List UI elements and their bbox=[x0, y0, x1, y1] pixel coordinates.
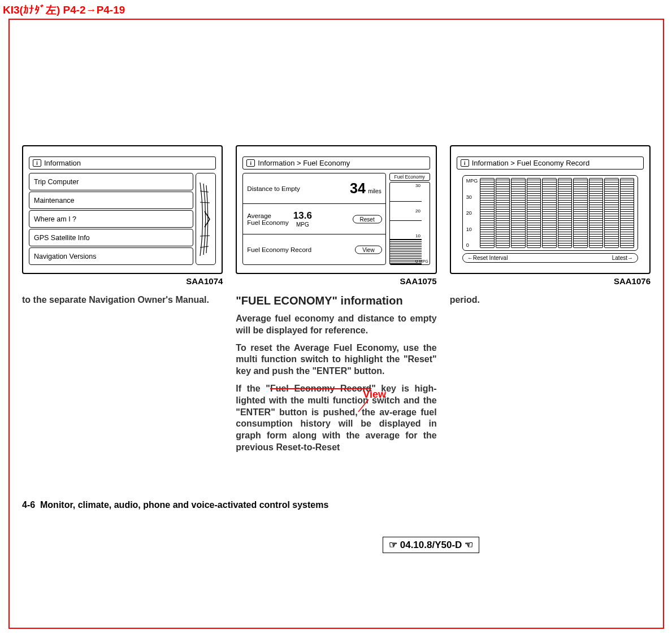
afe-unit: MPG bbox=[296, 221, 309, 228]
body-text-columns: to the separate Navigation Owner's Manua… bbox=[22, 294, 651, 459]
dte-row: Distance to Empty 34 miles bbox=[243, 173, 385, 204]
svg-line-1 bbox=[200, 202, 210, 203]
scale-tick: 10 bbox=[415, 233, 428, 238]
page-footer: 4-6 Monitor, climate, audio, phone and v… bbox=[22, 500, 328, 510]
hist-bar bbox=[511, 178, 525, 248]
scroll-wheel-icon bbox=[196, 173, 216, 265]
figure-caption: SAA1075 bbox=[236, 276, 436, 286]
hist-bar bbox=[604, 178, 618, 248]
screen-title: Information bbox=[44, 159, 81, 167]
y-tick: 10 bbox=[466, 227, 478, 232]
record-row: Fuel Economy Record View bbox=[243, 234, 385, 264]
page-crop-frame: i Information Trip Computer Maintenance … bbox=[8, 19, 664, 629]
figure-caption: SAA1076 bbox=[450, 276, 651, 286]
figure-caption: SAA1074 bbox=[22, 276, 223, 286]
column-3: period. bbox=[450, 294, 651, 459]
screen-breadcrumb: i Information > Fuel Economy bbox=[242, 157, 430, 169]
menu-item-where-am-i[interactable]: Where am I ? bbox=[29, 210, 193, 228]
screen-breadcrumb: i Information bbox=[29, 157, 216, 169]
svg-line-4 bbox=[358, 399, 368, 412]
reset-button[interactable]: Reset bbox=[353, 215, 382, 223]
dte-unit: miles bbox=[368, 188, 381, 194]
scale-tick: 20 bbox=[415, 208, 428, 214]
mini-hist-title: Fuel Economy bbox=[389, 173, 430, 181]
hist-bar bbox=[542, 178, 556, 248]
col2-p2: To reset the Average Fuel Economy, use t… bbox=[236, 342, 436, 377]
hist-bar bbox=[589, 178, 603, 248]
graph-button-row: ← Reset Interval Latest → bbox=[462, 253, 638, 263]
screen-title: Information > Fuel Economy Record bbox=[472, 159, 589, 167]
svg-line-2 bbox=[200, 236, 210, 236]
hist-bar bbox=[573, 178, 587, 248]
column-1: to the separate Navigation Owner's Manua… bbox=[22, 294, 223, 459]
info-icon: i bbox=[33, 159, 41, 167]
y-tick: 0 bbox=[466, 242, 478, 248]
col1-p1: to the separate Navigation Owner's Manua… bbox=[22, 294, 223, 306]
afe-label2: Fuel Economy bbox=[247, 219, 289, 226]
screen-breadcrumb: i Information > Fuel Economy Record bbox=[457, 157, 644, 169]
menu-item-gps-info[interactable]: GPS Satellite Info bbox=[29, 229, 193, 246]
hist-bar bbox=[620, 178, 634, 248]
view-button[interactable]: View bbox=[355, 245, 382, 254]
hist-bar bbox=[527, 178, 541, 248]
wheel-svg bbox=[197, 180, 214, 259]
figure-row: i Information Trip Computer Maintenance … bbox=[22, 145, 651, 286]
info-icon: i bbox=[461, 159, 469, 167]
history-graph: MPG 30 20 10 0 bbox=[462, 175, 638, 251]
afe-value: 13.6 bbox=[293, 210, 312, 221]
mini-histogram: Fuel Economy 30 20 bbox=[389, 173, 430, 265]
menu-item-trip-computer[interactable]: Trip Computer bbox=[29, 173, 193, 190]
col2-p3: If the "Fuel Economy Record" key is high… bbox=[236, 383, 436, 454]
struck-out-text: Fuel Economy Record bbox=[270, 384, 371, 393]
fuel-economy-heading: "FUEL ECONOMY" information bbox=[236, 294, 436, 307]
hist-bar bbox=[496, 178, 510, 248]
nav-screen-fuel-economy-record: i Information > Fuel Economy Record MPG … bbox=[450, 145, 651, 274]
revision-stamp: ☞ 04.10.8/Y50-D ☜ bbox=[383, 537, 479, 553]
nav-screen-fuel-economy: i Information > Fuel Economy Distance to… bbox=[236, 145, 436, 274]
scale-tick: 30 bbox=[415, 183, 428, 188]
chapter-title: Monitor, climate, audio, phone and voice… bbox=[40, 500, 328, 510]
menu-item-nav-versions[interactable]: Navigation Versions bbox=[29, 247, 193, 265]
afe-label1: Average bbox=[247, 212, 289, 219]
y-tick: 20 bbox=[466, 210, 478, 216]
figure-saa1076: i Information > Fuel Economy Record MPG … bbox=[450, 145, 651, 286]
col3-p1: period. bbox=[450, 294, 651, 306]
hist-bar bbox=[558, 178, 572, 248]
correction-callout-view: View bbox=[363, 389, 386, 401]
nav-screen-information-menu: i Information Trip Computer Maintenance … bbox=[22, 145, 223, 274]
latest-button[interactable]: Latest bbox=[612, 255, 627, 261]
info-icon: i bbox=[246, 159, 255, 167]
column-2: "FUEL ECONOMY" information Average fuel … bbox=[236, 294, 436, 459]
reset-interval-button[interactable]: Reset Interval bbox=[473, 255, 508, 261]
afe-row: Average Fuel Economy 13.6 MPG Reset bbox=[243, 204, 385, 234]
dte-label: Distance to Empty bbox=[247, 185, 300, 192]
figure-saa1075: i Information > Fuel Economy Distance to… bbox=[236, 145, 436, 286]
screen-title: Information > Fuel Economy bbox=[258, 159, 350, 167]
correction-leader-line bbox=[357, 399, 374, 413]
y-label: MPG bbox=[466, 178, 478, 184]
col2-p1: Average fuel economy and distance to emp… bbox=[236, 313, 436, 337]
hist-bar bbox=[480, 178, 494, 248]
y-tick: 30 bbox=[466, 194, 478, 200]
scale-tick: 0 MPG bbox=[415, 259, 428, 264]
figure-saa1074: i Information Trip Computer Maintenance … bbox=[22, 145, 223, 286]
menu-item-maintenance[interactable]: Maintenance bbox=[29, 192, 193, 209]
page-number: 4-6 bbox=[22, 500, 35, 510]
proofing-header: KI3(ｶﾅﾀﾞ左) P4-2→P4-19 bbox=[3, 3, 125, 18]
dte-value: 34 bbox=[350, 180, 366, 196]
